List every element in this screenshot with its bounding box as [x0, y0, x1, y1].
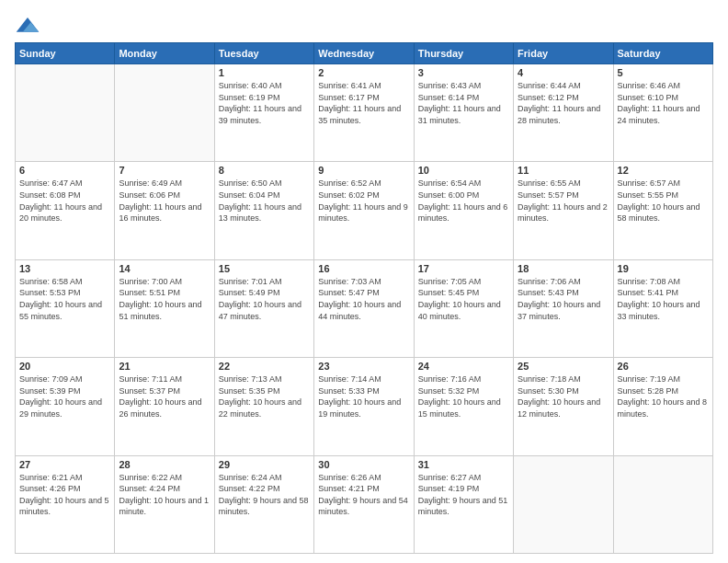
calendar-cell: 20Sunrise: 7:09 AM Sunset: 5:39 PM Dayli…: [16, 358, 115, 455]
day-number: 2: [318, 67, 409, 78]
calendar-week-row: 6Sunrise: 6:47 AM Sunset: 6:08 PM Daylig…: [16, 162, 713, 259]
calendar-cell: 2Sunrise: 6:41 AM Sunset: 6:17 PM Daylig…: [314, 64, 414, 162]
calendar-cell: 16Sunrise: 7:03 AM Sunset: 5:47 PM Dayli…: [314, 259, 414, 357]
day-number: 5: [618, 67, 709, 78]
day-detail: Sunrise: 6:43 AM Sunset: 6:14 PM Dayligh…: [418, 80, 509, 126]
day-number: 6: [19, 165, 110, 176]
calendar-week-row: 20Sunrise: 7:09 AM Sunset: 5:39 PM Dayli…: [16, 358, 713, 455]
calendar-day-header: Thursday: [414, 43, 513, 64]
day-number: 18: [518, 263, 609, 274]
calendar-day-header: Saturday: [613, 43, 712, 64]
day-detail: Sunrise: 7:03 AM Sunset: 5:47 PM Dayligh…: [318, 276, 409, 322]
day-number: 24: [418, 361, 509, 372]
page: SundayMondayTuesdayWednesdayThursdayFrid…: [0, 0, 728, 563]
day-detail: Sunrise: 7:09 AM Sunset: 5:39 PM Dayligh…: [19, 373, 110, 419]
calendar-cell: 11Sunrise: 6:55 AM Sunset: 5:57 PM Dayli…: [514, 162, 613, 259]
calendar-cell: 6Sunrise: 6:47 AM Sunset: 6:08 PM Daylig…: [16, 162, 115, 259]
day-detail: Sunrise: 6:49 AM Sunset: 6:06 PM Dayligh…: [119, 178, 210, 224]
day-number: 28: [119, 459, 210, 470]
calendar-cell: 23Sunrise: 7:14 AM Sunset: 5:33 PM Dayli…: [314, 358, 414, 455]
day-number: 23: [318, 361, 409, 372]
day-detail: Sunrise: 7:16 AM Sunset: 5:32 PM Dayligh…: [418, 373, 509, 419]
day-detail: Sunrise: 7:11 AM Sunset: 5:37 PM Dayligh…: [119, 373, 210, 419]
calendar-week-row: 1Sunrise: 6:40 AM Sunset: 6:19 PM Daylig…: [16, 64, 713, 162]
calendar-week-row: 27Sunrise: 6:21 AM Sunset: 4:26 PM Dayli…: [16, 455, 713, 553]
calendar-week-row: 13Sunrise: 6:58 AM Sunset: 5:53 PM Dayli…: [16, 259, 713, 357]
day-detail: Sunrise: 6:22 AM Sunset: 4:24 PM Dayligh…: [119, 472, 210, 518]
day-number: 10: [418, 165, 509, 176]
day-number: 27: [19, 459, 110, 470]
logo: [15, 11, 44, 37]
calendar-cell: 28Sunrise: 6:22 AM Sunset: 4:24 PM Dayli…: [115, 455, 214, 553]
day-number: 30: [318, 459, 409, 470]
calendar-cell: [514, 455, 613, 553]
calendar-cell: 22Sunrise: 7:13 AM Sunset: 5:35 PM Dayli…: [214, 358, 313, 455]
day-number: 14: [119, 263, 210, 274]
calendar-cell: 12Sunrise: 6:57 AM Sunset: 5:55 PM Dayli…: [613, 162, 712, 259]
day-detail: Sunrise: 6:26 AM Sunset: 4:21 PM Dayligh…: [318, 472, 409, 518]
day-number: 19: [618, 263, 709, 274]
day-detail: Sunrise: 7:06 AM Sunset: 5:43 PM Dayligh…: [518, 276, 609, 322]
day-detail: Sunrise: 7:13 AM Sunset: 5:35 PM Dayligh…: [219, 373, 310, 419]
day-detail: Sunrise: 6:46 AM Sunset: 6:10 PM Dayligh…: [618, 80, 709, 126]
day-detail: Sunrise: 6:27 AM Sunset: 4:19 PM Dayligh…: [418, 472, 509, 518]
calendar-day-header: Monday: [115, 43, 214, 64]
day-number: 1: [219, 67, 310, 78]
calendar-day-header: Wednesday: [314, 43, 414, 64]
calendar-cell: 17Sunrise: 7:05 AM Sunset: 5:45 PM Dayli…: [414, 259, 513, 357]
day-detail: Sunrise: 7:00 AM Sunset: 5:51 PM Dayligh…: [119, 276, 210, 322]
calendar-cell: 10Sunrise: 6:54 AM Sunset: 6:00 PM Dayli…: [414, 162, 513, 259]
day-detail: Sunrise: 6:50 AM Sunset: 6:04 PM Dayligh…: [219, 178, 310, 224]
calendar-cell: 19Sunrise: 7:08 AM Sunset: 5:41 PM Dayli…: [613, 259, 712, 357]
day-number: 22: [219, 361, 310, 372]
day-detail: Sunrise: 6:40 AM Sunset: 6:19 PM Dayligh…: [219, 80, 310, 126]
calendar-cell: 13Sunrise: 6:58 AM Sunset: 5:53 PM Dayli…: [16, 259, 115, 357]
day-detail: Sunrise: 6:52 AM Sunset: 6:02 PM Dayligh…: [318, 178, 409, 224]
day-detail: Sunrise: 6:54 AM Sunset: 6:00 PM Dayligh…: [418, 178, 509, 224]
day-detail: Sunrise: 7:08 AM Sunset: 5:41 PM Dayligh…: [618, 276, 709, 322]
day-number: 26: [618, 361, 709, 372]
calendar-cell: 29Sunrise: 6:24 AM Sunset: 4:22 PM Dayli…: [214, 455, 313, 553]
calendar-cell: 18Sunrise: 7:06 AM Sunset: 5:43 PM Dayli…: [514, 259, 613, 357]
calendar-cell: 21Sunrise: 7:11 AM Sunset: 5:37 PM Dayli…: [115, 358, 214, 455]
day-number: 15: [219, 263, 310, 274]
calendar-header-row: SundayMondayTuesdayWednesdayThursdayFrid…: [16, 43, 713, 64]
day-number: 16: [318, 263, 409, 274]
day-detail: Sunrise: 7:18 AM Sunset: 5:30 PM Dayligh…: [518, 373, 609, 419]
day-number: 7: [119, 165, 210, 176]
calendar-day-header: Sunday: [16, 43, 115, 64]
day-number: 8: [219, 165, 310, 176]
calendar-cell: [613, 455, 712, 553]
day-detail: Sunrise: 7:01 AM Sunset: 5:49 PM Dayligh…: [219, 276, 310, 322]
calendar-cell: 25Sunrise: 7:18 AM Sunset: 5:30 PM Dayli…: [514, 358, 613, 455]
calendar-cell: 4Sunrise: 6:44 AM Sunset: 6:12 PM Daylig…: [514, 64, 613, 162]
calendar-day-header: Friday: [514, 43, 613, 64]
calendar-cell: 5Sunrise: 6:46 AM Sunset: 6:10 PM Daylig…: [613, 64, 712, 162]
calendar-cell: [115, 64, 214, 162]
day-number: 3: [418, 67, 509, 78]
calendar-cell: 8Sunrise: 6:50 AM Sunset: 6:04 PM Daylig…: [214, 162, 313, 259]
day-number: 13: [19, 263, 110, 274]
day-detail: Sunrise: 7:14 AM Sunset: 5:33 PM Dayligh…: [318, 373, 409, 419]
calendar-cell: [16, 64, 115, 162]
day-detail: Sunrise: 6:44 AM Sunset: 6:12 PM Dayligh…: [518, 80, 609, 126]
day-number: 11: [518, 165, 609, 176]
day-detail: Sunrise: 6:21 AM Sunset: 4:26 PM Dayligh…: [19, 472, 110, 518]
day-number: 20: [19, 361, 110, 372]
logo-icon: [15, 11, 40, 37]
calendar-day-header: Tuesday: [214, 43, 313, 64]
day-detail: Sunrise: 6:55 AM Sunset: 5:57 PM Dayligh…: [518, 178, 609, 224]
header: [15, 11, 713, 37]
day-number: 21: [119, 361, 210, 372]
calendar-cell: 7Sunrise: 6:49 AM Sunset: 6:06 PM Daylig…: [115, 162, 214, 259]
day-detail: Sunrise: 6:58 AM Sunset: 5:53 PM Dayligh…: [19, 276, 110, 322]
day-detail: Sunrise: 7:19 AM Sunset: 5:28 PM Dayligh…: [618, 373, 709, 419]
calendar-cell: 24Sunrise: 7:16 AM Sunset: 5:32 PM Dayli…: [414, 358, 513, 455]
calendar-cell: 27Sunrise: 6:21 AM Sunset: 4:26 PM Dayli…: [16, 455, 115, 553]
calendar-cell: 9Sunrise: 6:52 AM Sunset: 6:02 PM Daylig…: [314, 162, 414, 259]
calendar-cell: 3Sunrise: 6:43 AM Sunset: 6:14 PM Daylig…: [414, 64, 513, 162]
day-detail: Sunrise: 6:57 AM Sunset: 5:55 PM Dayligh…: [618, 178, 709, 224]
calendar-cell: 30Sunrise: 6:26 AM Sunset: 4:21 PM Dayli…: [314, 455, 414, 553]
day-number: 17: [418, 263, 509, 274]
calendar-cell: 31Sunrise: 6:27 AM Sunset: 4:19 PM Dayli…: [414, 455, 513, 553]
